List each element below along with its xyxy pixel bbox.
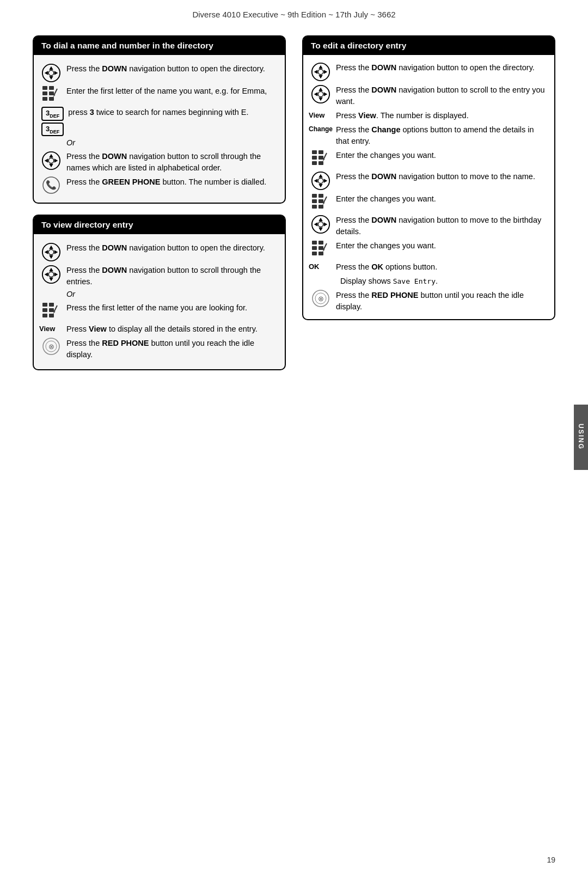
view-step-1-text: Press the DOWN navigation button to open…	[66, 242, 277, 254]
dial-step-3-text: Press the DOWN navigation button to scro…	[66, 151, 277, 174]
nav-icon-e2	[311, 84, 330, 104]
nav-icon-e3	[311, 171, 330, 191]
svg-rect-89	[312, 252, 317, 255]
svg-rect-36	[42, 308, 47, 312]
svg-marker-2	[49, 76, 53, 80]
green-phone-icon: 📞	[41, 176, 61, 194]
view-label-e: View	[311, 110, 330, 119]
dial-section: To dial a name and number in the directo…	[33, 35, 286, 204]
edit-step-8: Press the DOWN navigation button to move…	[303, 212, 554, 237]
svg-marker-54	[314, 92, 318, 96]
svg-marker-17	[45, 158, 48, 163]
svg-marker-4	[54, 71, 58, 75]
dial-step-1: Press the DOWN navigation button to open…	[34, 60, 285, 83]
view-step-3-text: Press the first letter of the name you a…	[66, 302, 277, 314]
svg-marker-48	[314, 70, 318, 74]
svg-marker-3	[45, 71, 48, 75]
svg-marker-66	[318, 174, 323, 178]
svg-rect-11	[49, 97, 54, 101]
svg-rect-9	[49, 91, 54, 95]
svg-point-56	[318, 91, 323, 96]
svg-marker-81	[318, 228, 323, 231]
svg-rect-72	[318, 194, 323, 198]
svg-marker-23	[49, 246, 53, 249]
svg-rect-39	[49, 314, 54, 317]
view-step-5: ⊗ Press the RED PHONE button until you r…	[34, 335, 285, 360]
svg-marker-80	[318, 218, 323, 222]
edit-step-7-text: Enter the changes you want.	[336, 193, 547, 205]
change-label-e: Change	[311, 124, 330, 133]
svg-marker-24	[49, 255, 53, 259]
nav-icon-e4	[311, 215, 330, 234]
svg-rect-38	[42, 314, 47, 317]
svg-marker-16	[49, 164, 53, 168]
edit-step-3: View Press View. The number is displayed…	[303, 107, 554, 121]
svg-marker-55	[324, 92, 328, 96]
svg-marker-25	[45, 250, 48, 254]
edit-step-5-text: Enter the changes you want.	[336, 150, 547, 161]
svg-line-63	[323, 153, 327, 160]
svg-rect-74	[318, 199, 323, 203]
svg-rect-61	[312, 161, 317, 165]
svg-marker-15	[49, 154, 53, 158]
svg-rect-60	[318, 156, 323, 160]
edit-step-9: Enter the changes you want.	[303, 237, 554, 259]
edit-section-title-wrap: To edit a directory entry	[303, 36, 554, 55]
keypad-icon-e3	[311, 240, 330, 259]
view-section: To view directory entry Press the DOWN n…	[33, 215, 286, 370]
svg-marker-52	[318, 88, 323, 91]
svg-point-84	[318, 222, 323, 227]
svg-marker-31	[45, 272, 48, 277]
dial-or: Or	[34, 136, 285, 148]
svg-rect-35	[49, 303, 54, 307]
svg-rect-59	[312, 156, 317, 160]
svg-marker-47	[318, 75, 323, 79]
keypad-icon-1	[41, 85, 61, 104]
svg-rect-71	[312, 194, 317, 198]
sidebar-using: USING	[574, 405, 588, 470]
svg-text:📞: 📞	[46, 180, 57, 190]
edit-step-2: Press the DOWN navigation button to scro…	[303, 82, 554, 107]
svg-rect-8	[42, 91, 47, 95]
nav-icon-1	[41, 63, 61, 83]
dial-step-2c-text: press 3 twice to search for names beginn…	[68, 107, 277, 118]
view-section-title-wrap: To view directory entry	[34, 216, 285, 234]
svg-rect-57	[312, 150, 317, 154]
svg-line-40	[54, 305, 57, 312]
svg-rect-7	[49, 86, 54, 90]
view-section-title: To view directory entry	[41, 220, 133, 229]
svg-marker-46	[318, 65, 323, 69]
dial-step-3: Press the DOWN navigation button to scro…	[34, 148, 285, 174]
edit-step-2-text: Press the DOWN navigation button to scro…	[336, 84, 547, 107]
svg-marker-83	[324, 222, 328, 227]
svg-marker-32	[54, 272, 58, 277]
svg-rect-85	[312, 241, 317, 245]
svg-line-91	[323, 243, 327, 250]
dial-step-4-text: Press the GREEN PHONE button. The number…	[66, 176, 277, 188]
svg-rect-76	[318, 205, 323, 209]
svg-rect-6	[42, 86, 47, 90]
edit-section-title: To edit a directory entry	[311, 41, 406, 50]
edit-step-12: ⊗ Press the RED PHONE button until you r…	[303, 287, 554, 313]
svg-text:⊗: ⊗	[48, 343, 54, 351]
svg-marker-30	[49, 278, 53, 282]
svg-rect-10	[42, 97, 47, 101]
svg-rect-37	[49, 308, 54, 312]
svg-rect-58	[318, 150, 323, 154]
view-step-1: Press the DOWN navigation button to open…	[34, 240, 285, 262]
right-column: To edit a directory entry Press the DOWN	[302, 35, 555, 370]
edit-step-4: Change Press the Change options button t…	[303, 121, 554, 147]
edit-step-10-text: Press the OK options button.	[336, 261, 547, 273]
edit-step-6-text: Press the DOWN navigation button to move…	[336, 171, 547, 182]
svg-line-12	[54, 89, 57, 95]
view-step-3: Press the first letter of the name you a…	[34, 300, 285, 321]
dial-section-title-wrap: To dial a name and number in the directo…	[34, 36, 285, 55]
edit-step-10: OK Press the OK options button.	[303, 259, 554, 273]
keypad-icon-e2	[311, 193, 330, 212]
svg-rect-73	[312, 199, 317, 203]
dial-step-4: 📞 Press the GREEN PHONE button. The numb…	[34, 174, 285, 194]
svg-marker-26	[54, 250, 58, 254]
red-phone-icon-e: ⊗	[311, 290, 330, 307]
svg-point-19	[48, 158, 53, 163]
left-column: To dial a name and number in the directo…	[33, 35, 286, 370]
